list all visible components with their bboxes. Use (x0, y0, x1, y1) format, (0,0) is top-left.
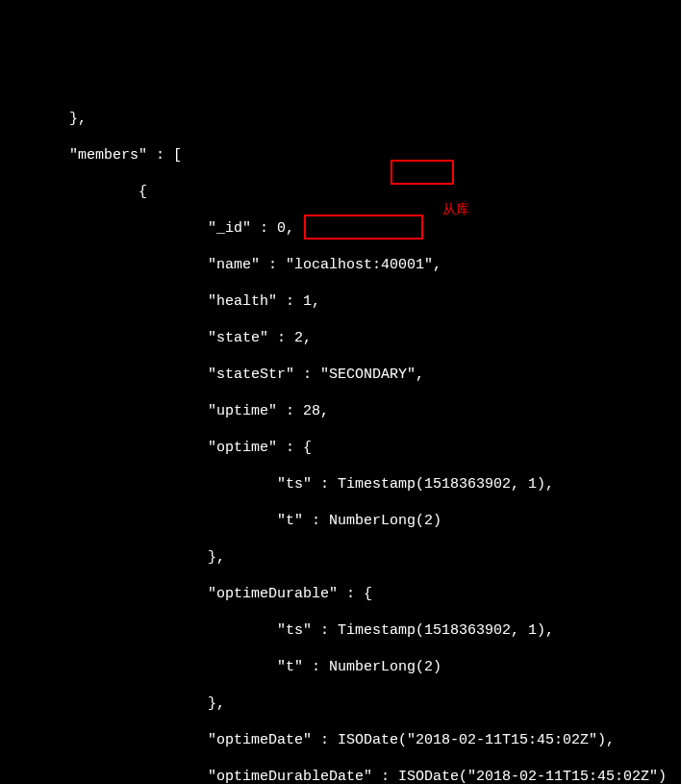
code-line: "optime" : { (0, 440, 312, 456)
code-line: }, (0, 695, 225, 712)
code-line: "optimeDurable" : { (0, 586, 372, 602)
code-line: { (0, 184, 147, 200)
code-line: "members" : [ (0, 147, 182, 164)
code-line: "uptime" : 28, (0, 403, 329, 419)
code-line: "_id" : 0, (0, 220, 294, 237)
code-line: "health" : 1, (0, 293, 320, 310)
code-line: "optimeDate" : ISODate("2018-02-11T15:45… (0, 732, 615, 748)
code-line: "name" : "localhost:40001", (0, 257, 441, 273)
highlight-box-port (391, 160, 454, 185)
code-line: "optimeDurableDate" : ISODate("2018-02-1… (0, 769, 667, 784)
code-line: "ts" : Timestamp(1518363902, 1), (0, 622, 554, 639)
code-line: }, (0, 549, 225, 566)
terminal-output: }, "members" : [ { "_id" : 0, "name" : "… (0, 91, 681, 784)
code-line: "ts" : Timestamp(1518363902, 1), (0, 476, 554, 493)
annotation-secondary: 从库 (442, 200, 469, 218)
code-line: }, (0, 111, 87, 127)
highlight-box-statestr (304, 215, 423, 240)
code-line: "stateStr" : "SECONDARY", (0, 367, 424, 383)
code-line: "t" : NumberLong(2) (0, 513, 441, 529)
code-line: "t" : NumberLong(2) (0, 659, 441, 675)
code-line: "state" : 2, (0, 330, 312, 346)
